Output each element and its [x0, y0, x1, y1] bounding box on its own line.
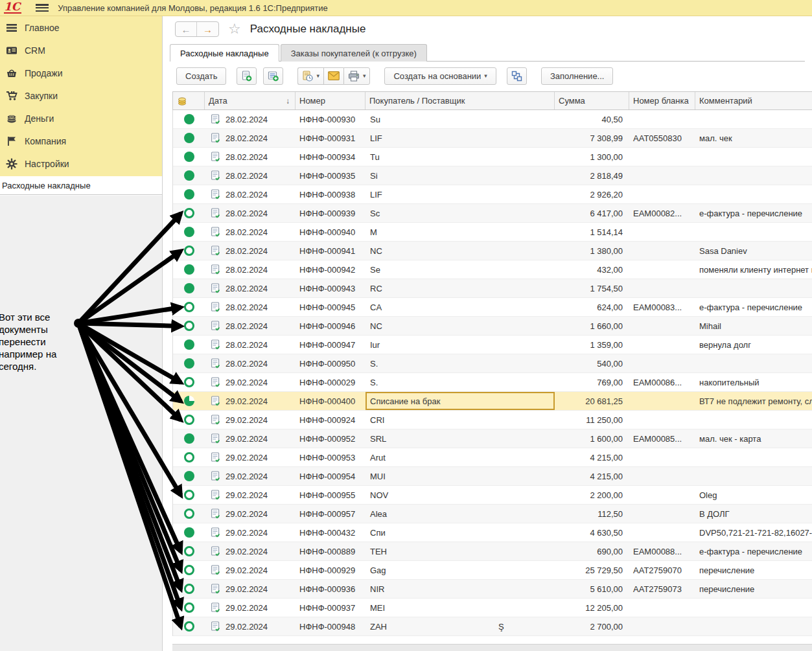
comment-cell: Mihail	[699, 321, 721, 331]
table-row[interactable]: 28.02.2024 НФНФ-000943 RC 1 754,50	[173, 279, 812, 298]
amount-cell: 7 308,99	[590, 133, 623, 143]
buyer-cell: NOV	[370, 490, 388, 500]
table-row[interactable]: 29.02.2024 НФНФ-000937 MEI 12 205,00	[173, 599, 812, 617]
new-list-item-button[interactable]	[263, 67, 283, 85]
sidebar-recent-item[interactable]: Расходные накладные	[0, 176, 162, 195]
date-cell: 29.02.2024	[226, 378, 268, 387]
column-header-buyer[interactable]: Покупатель / Поставщик	[365, 92, 555, 109]
buyer-cell: CRI	[370, 415, 384, 425]
table-row[interactable]: 28.02.2024 НФНФ-000935 Si 2 818,49	[173, 166, 812, 185]
column-label: Комментарий	[699, 96, 752, 106]
table-row[interactable]: 29.02.2024 НФНФ-000889 ТЕН 690,00 EAM000…	[173, 542, 812, 561]
table-row[interactable]: 29.02.2024 НФНФ-000432 Спи 4 630,50 DVP5…	[173, 523, 812, 542]
table-row[interactable]: 28.02.2024 НФНФ-000942 Se 432,00 поменял…	[173, 260, 812, 279]
column-header-amount[interactable]: Сумма	[555, 92, 629, 109]
table-row[interactable]: 29.02.2024 НФНФ-000948 ZAHŞ 2 700,00	[173, 617, 812, 636]
date-cell: 28.02.2024	[226, 359, 268, 369]
sidebar-item-purchases[interactable]: Закупки	[0, 84, 162, 107]
document-posted-icon	[211, 283, 220, 293]
buyer-cell: S.	[370, 378, 378, 387]
dropdown-caret-icon: ▾	[363, 73, 366, 79]
blank-number-cell: EAM00082...	[633, 209, 682, 218]
table-row[interactable]: 28.02.2024 НФНФ-000941 NC 1 380,00 Sasa …	[173, 242, 812, 260]
favorite-star-icon[interactable]: ☆	[228, 23, 241, 36]
table-row[interactable]: 28.02.2024 НФНФ-000945 CA 624,00 EAM0008…	[173, 298, 812, 317]
table-row[interactable]: 29.02.2024 НФНФ-000955 NOV 2 200,00 Oleg	[173, 486, 812, 505]
table-row[interactable]: 28.02.2024 НФНФ-000939 Sc 6 417,00 EAM00…	[173, 204, 812, 223]
sidebar-item-money[interactable]: Деньги	[0, 107, 162, 130]
table-row[interactable]: 29.02.2024 НФНФ-000957 Alea 112,50 В ДОЛ…	[173, 505, 812, 523]
column-header-comment[interactable]: Комментарий	[695, 92, 812, 109]
print-button[interactable]: ▾	[343, 67, 371, 85]
amount-cell: 4 215,00	[590, 472, 623, 481]
status-circle-icon	[184, 321, 194, 331]
sidebar-item-company[interactable]: Компания	[0, 130, 162, 152]
table-row[interactable]: 29.02.2024 НФНФ-000929 Gag 25 729,50 AAT…	[173, 561, 812, 580]
table-row[interactable]: 28.02.2024 НФНФ-000931 LIF 7 308,99 AAT0…	[173, 129, 812, 148]
table-row[interactable]: 28.02.2024 НФНФ-000947 Iur 1 359,00 верн…	[173, 336, 812, 354]
table-row[interactable]: 28.02.2024 НФНФ-000934 Tu 1 300,00	[173, 148, 812, 166]
back-button[interactable]: ←	[176, 22, 197, 36]
date-cell: 29.02.2024	[226, 547, 268, 556]
table-row[interactable]: 28.02.2024 НФНФ-000938 LIF 2 926,20	[173, 185, 812, 204]
buyer-cell: Спи	[370, 528, 386, 538]
toolbar: Создать ▾ ▾ Создать на основании ▾	[176, 67, 613, 85]
sidebar-item-crm[interactable]: CRM	[0, 39, 162, 62]
related-documents-button[interactable]	[507, 67, 527, 85]
table-row[interactable]: 28.02.2024 НФНФ-000946 NC 1 660,00 Mihai…	[173, 317, 812, 336]
number-cell: НФНФ-000937	[299, 603, 355, 613]
create-based-on-label: Создать на основании	[393, 71, 481, 81]
tab-expense-invoices[interactable]: Расходные накладные	[170, 44, 279, 62]
document-posted-icon	[211, 302, 220, 312]
sidebar-item-settings[interactable]: Настройки	[0, 152, 162, 175]
column-header-status[interactable]	[173, 92, 205, 109]
send-email-button[interactable]	[323, 67, 343, 85]
main-menu-icon[interactable]	[36, 4, 49, 12]
sidebar-item-sales[interactable]: Продажи	[0, 62, 162, 84]
amount-cell: 112,50	[597, 509, 623, 519]
fill-button[interactable]: Заполнение...	[541, 67, 614, 85]
post-document-button[interactable]: ▾	[297, 67, 323, 85]
create-button[interactable]: Создать	[176, 67, 226, 85]
table-row[interactable]: 28.02.2024 НФНФ-000940 M 1 514,14	[173, 223, 812, 242]
hierarchy-icon	[511, 71, 522, 82]
table-row[interactable]: 28.02.2024 НФНФ-000930 Su 40,50	[173, 110, 812, 129]
printer-icon	[348, 71, 360, 82]
table-row[interactable]: 29.02.2024 НФНФ-000954 MUI 4 215,00	[173, 467, 812, 486]
comment-cell: перечисление	[699, 565, 754, 575]
column-header-blank-number[interactable]: Номер бланка	[629, 92, 695, 109]
buyer-cell: CA	[370, 303, 382, 312]
tab-label: Заказы покупателей (к отгрузке)	[291, 49, 417, 58]
table-row[interactable]: 29.02.2024 НФНФ-000952 SRL 1 600,00 EAM0…	[173, 429, 812, 448]
buyer-cell: NC	[370, 321, 382, 331]
buyer-cell: SRL	[370, 434, 386, 444]
document-posted-icon	[211, 508, 220, 519]
table-row[interactable]: 29.02.2024 НФНФ-000029 S. 769,00 EAM0008…	[173, 373, 812, 392]
date-cell: 28.02.2024	[226, 246, 268, 256]
amount-cell: 2 926,20	[590, 190, 623, 200]
column-header-date[interactable]: Дата ↓	[205, 92, 296, 109]
number-cell: НФНФ-000935	[299, 171, 355, 181]
date-cell: 28.02.2024	[226, 340, 268, 350]
amount-cell: 1 300,00	[590, 152, 623, 162]
sidebar-empty-area	[0, 196, 162, 651]
new-document-button[interactable]	[237, 67, 257, 85]
document-posted-icon	[211, 208, 220, 218]
number-cell: НФНФ-000941	[299, 246, 355, 256]
sidebar-item-main[interactable]: Главное	[0, 16, 162, 39]
tab-customer-orders[interactable]: Заказы покупателей (к отгрузке)	[281, 44, 427, 62]
amount-cell: 1 514,14	[590, 227, 623, 237]
buyer-cell: NIR	[370, 584, 384, 594]
table-row[interactable]: 29.02.2024 НФНФ-000936 NIR 5 610,00 AAT2…	[173, 580, 812, 599]
column-header-number[interactable]: Номер	[296, 92, 365, 109]
table-row[interactable]: 28.02.2024 НФНФ-000950 S. 540,00	[173, 354, 812, 373]
amount-cell: 4 215,00	[590, 453, 623, 463]
forward-button[interactable]: →	[197, 22, 218, 36]
buyer-cell: M	[370, 227, 377, 237]
table-row[interactable]: 29.02.2024 НФНФ-000400 Списание на брак …	[173, 392, 812, 411]
document-posted-icon	[211, 377, 220, 387]
table-row[interactable]: 29.02.2024 НФНФ-000924 CRI 11 250,00	[173, 411, 812, 429]
amount-cell: 432,00	[597, 265, 623, 275]
create-based-on-button[interactable]: Создать на основании ▾	[384, 67, 496, 85]
table-row[interactable]: 29.02.2024 НФНФ-000953 Arut 4 215,00	[173, 448, 812, 467]
